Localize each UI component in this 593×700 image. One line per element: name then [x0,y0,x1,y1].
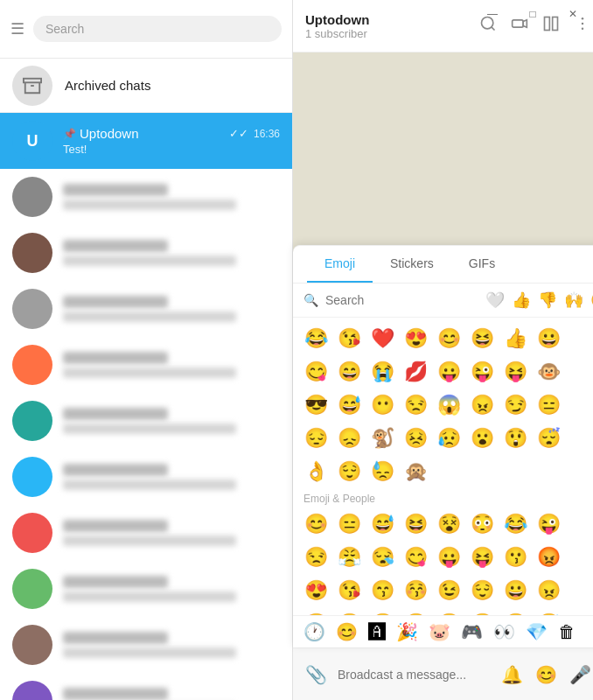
party-footer-icon[interactable]: 🎉 [396,621,418,642]
close-button[interactable]: ✕ [553,0,593,28]
emoji-cell[interactable]: 😤 [333,542,365,573]
emoji-cell[interactable]: 😙 [366,575,398,606]
emoji-cell[interactable]: 😍 [400,323,431,354]
emoji-cell[interactable]: 😉 [433,575,464,606]
emoji-cell[interactable]: 😝 [466,542,498,573]
tab-gifs[interactable]: GIFs [451,246,513,283]
emoji-cell[interactable]: 😳 [466,508,498,540]
emoji-cell[interactable]: 😌 [333,456,365,487]
emoji-cell[interactable]: 😅 [366,508,398,540]
emoji-cell[interactable]: 😌 [466,575,498,606]
emoji-cell[interactable]: 🙊 [400,456,431,487]
emoji-cell[interactable]: 😏 [499,389,531,421]
emoji-cell[interactable]: 👍 [499,323,531,354]
emoji-cell[interactable]: 😚 [400,575,431,606]
eyes-footer-icon[interactable]: 👀 [493,621,515,642]
emoji-cell[interactable]: 😜 [466,356,498,388]
emoji-cell[interactable]: 😆 [466,323,498,354]
emoji-cell[interactable]: 😊 [433,323,464,354]
emoji-cell[interactable]: 😒 [400,389,431,421]
delete-footer-icon[interactable]: 🗑 [558,622,576,642]
list-item[interactable] [0,225,292,281]
emoji-cell[interactable]: 😥 [433,423,464,454]
emoji-cell[interactable]: 😁 [433,608,464,615]
list-item[interactable] [0,561,292,617]
emoji-cell[interactable]: 😪 [366,542,398,573]
emoji-cell[interactable]: 😠 [466,389,498,421]
emoji-cell[interactable]: 😅 [333,389,365,421]
emoji-cell[interactable]: 😡 [533,542,564,573]
emoji-cell[interactable]: 😂 [300,323,331,354]
attach-icon[interactable]: 📎 [305,664,327,685]
list-item[interactable] [0,337,292,393]
emoji-cell[interactable]: 😝 [499,356,531,388]
smiley-footer-icon[interactable]: 😊 [336,621,358,642]
active-chat-item[interactable]: U 📌 Uptodown ✓✓ 16:36 Test! [0,113,292,169]
emoji-cell[interactable]: 😄 [333,356,365,388]
emoji-cell[interactable]: 😂 [499,508,531,540]
minimize-button[interactable]: — [472,0,513,28]
emoji-cell[interactable]: 😣 [400,423,431,454]
emoji-cell[interactable]: 😴 [533,423,564,454]
emoji-cell[interactable]: 😗 [499,542,531,573]
notify-icon[interactable]: 🔔 [501,664,523,685]
thumbsdown-icon[interactable]: 👎 [538,290,557,310]
menu-icon[interactable]: ☰ [10,19,24,38]
emoji-cell[interactable]: 😋 [300,356,331,388]
archived-chats-row[interactable]: Archived chats [0,59,292,113]
emoji-cell[interactable]: 😓 [366,456,398,487]
emoji-cell[interactable]: 😮 [466,423,498,454]
emoji-cell[interactable]: 👌 [300,456,331,487]
emoji-cell[interactable]: 😋 [400,542,431,573]
mic-icon[interactable]: 🎤 [569,664,591,685]
list-item[interactable] [0,393,292,449]
list-item[interactable] [0,617,292,673]
emoji-cell[interactable]: 😀 [499,575,531,606]
list-item[interactable] [0,673,292,700]
emoji-cell[interactable]: 😭 [366,356,398,388]
emoji-cell[interactable]: 😏 [333,608,365,615]
list-item[interactable] [0,281,292,337]
emoji-cell[interactable]: 😘 [333,575,365,606]
emoji-cell[interactable]: 😬 [400,608,431,615]
pig-footer-icon[interactable]: 🐷 [429,621,450,642]
tab-emoji[interactable]: Emoji [307,246,373,283]
emoji-cell[interactable]: 😲 [499,423,531,454]
diamond-footer-icon[interactable]: 💎 [526,621,548,642]
emoji-cell[interactable]: 😜 [533,508,564,540]
list-item[interactable] [0,449,292,505]
emoji-cell[interactable]: 😘 [333,323,365,354]
clock-footer-icon[interactable]: 🕐 [303,621,325,642]
emoji-cell[interactable]: 💋 [400,356,431,388]
emoji-cell[interactable]: 😔 [300,423,331,454]
heart-icon[interactable]: 🤍 [485,290,505,310]
emoji-search-input[interactable] [325,293,478,307]
tab-stickers[interactable]: Stickers [373,246,451,283]
list-item[interactable] [0,505,292,561]
emoji-input-icon[interactable]: 😊 [535,664,557,685]
list-item[interactable] [0,169,292,225]
emoji-cell[interactable]: 😞 [333,423,365,454]
emoji-cell[interactable]: 😠 [533,575,564,606]
clap-icon[interactable]: 🙌 [564,290,583,310]
emoji-cell[interactable]: ❤️ [366,323,398,354]
emoji-cell[interactable]: 😊 [300,508,331,540]
emoji-cell[interactable]: 😛 [433,542,464,573]
emoji-cell[interactable]: 😑 [533,389,564,421]
text-footer-icon[interactable]: 🅰 [368,622,386,642]
emoji-cell[interactable]: 😅 [533,608,564,615]
thumbsup-icon[interactable]: 👍 [512,290,531,310]
emoji-cell[interactable]: 😆 [400,508,431,540]
game-footer-icon[interactable]: 🎮 [461,621,483,642]
emoji-cell[interactable]: 😎 [300,389,331,421]
emoji-cell[interactable]: 😍 [300,575,331,606]
emoji-cell[interactable]: 😀 [533,323,564,354]
emoji-cell[interactable]: 😑 [366,608,398,615]
emoji-cell[interactable]: 😃 [466,608,498,615]
maximize-button[interactable]: □ [513,0,553,28]
emoji-cell[interactable]: 🐵 [533,356,564,388]
emoji-cell[interactable]: 😄 [499,608,531,615]
emoji-cell[interactable]: 🐒 [366,423,398,454]
message-input[interactable] [338,668,491,682]
emoji-cell[interactable]: 😵 [433,508,464,540]
